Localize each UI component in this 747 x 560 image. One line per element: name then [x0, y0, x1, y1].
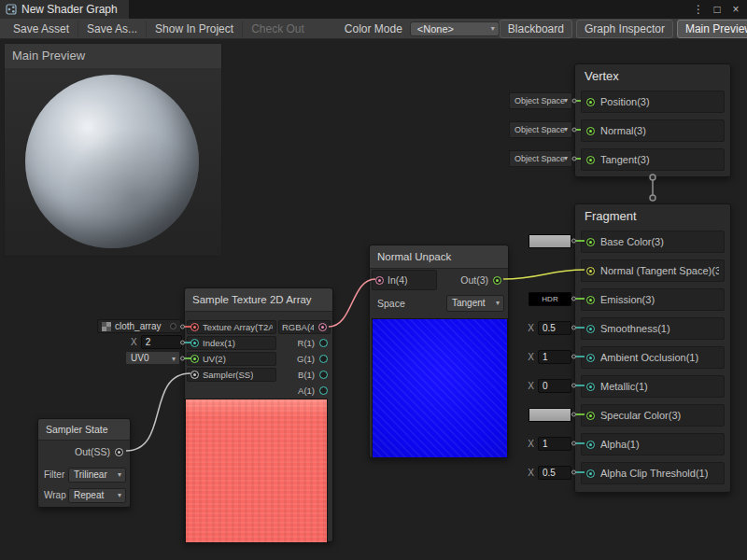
b-port[interactable]: [319, 371, 328, 379]
cloth-array-object-field[interactable]: cloth_array: [97, 319, 181, 333]
position-port[interactable]: [586, 98, 595, 106]
save-as-button[interactable]: Save As...: [78, 21, 147, 37]
position-space-dropdown[interactable]: Object Space: [509, 92, 572, 109]
vertex-row-position[interactable]: Position(3): [581, 91, 725, 113]
g-port[interactable]: [319, 355, 328, 363]
uv-input-row[interactable]: UV(2): [187, 352, 276, 366]
sampler-input-row[interactable]: Sampler(SS): [187, 368, 276, 382]
emission-port[interactable]: [586, 296, 595, 304]
base-color-port[interactable]: [586, 238, 595, 246]
sampler-state-node[interactable]: Sampler State Out(SS) Filter Trilinear W…: [37, 418, 131, 508]
wire-out3-to-normal[interactable]: [503, 270, 585, 279]
metallic-value-field[interactable]: 0: [538, 379, 571, 393]
maximize-icon[interactable]: □: [710, 0, 725, 19]
r-output-row[interactable]: R(1): [275, 336, 331, 350]
rgba-output-row[interactable]: RGBA(4): [278, 320, 331, 334]
ambient-occlusion-port[interactable]: [586, 354, 595, 362]
b-output-row[interactable]: B(1): [275, 368, 331, 382]
normal-unpack-title[interactable]: Normal Unpack: [370, 245, 508, 269]
sampler-port[interactable]: [190, 371, 199, 379]
metallic-widget[interactable]: X 0: [528, 378, 571, 393]
alpha-clip-widget[interactable]: X 0.5: [528, 465, 571, 480]
close-icon[interactable]: ×: [728, 0, 743, 19]
sampler-state-title[interactable]: Sampler State: [38, 419, 130, 441]
normal-space-dropdown[interactable]: Object Space: [509, 121, 572, 138]
blackboard-toggle[interactable]: Blackboard: [500, 20, 572, 38]
uv-channel-dropdown[interactable]: UV0: [125, 351, 180, 365]
texture-array-port[interactable]: [190, 323, 199, 331]
ambient-occlusion-widget[interactable]: X 1: [528, 349, 571, 364]
base-color-swatch[interactable]: [529, 234, 571, 248]
alpha-port[interactable]: [586, 441, 595, 449]
out-ss-row[interactable]: Out(SS): [51, 443, 126, 460]
rgba-port[interactable]: [318, 323, 327, 331]
fragment-node[interactable]: Fragment Base Color(3) Normal (Tangent S…: [574, 203, 731, 493]
tangent-port[interactable]: [586, 156, 595, 164]
out-ss-port[interactable]: [115, 448, 123, 456]
smoothness-port[interactable]: [586, 325, 595, 333]
texture-array-input-row[interactable]: Texture Array(T2A): [187, 320, 276, 334]
fragment-row-base-color[interactable]: Base Color(3): [581, 231, 725, 253]
space-dropdown[interactable]: Tangent: [446, 295, 504, 312]
alpha-clip-port[interactable]: [586, 469, 595, 478]
normal-unpack-node[interactable]: Normal Unpack In(4) Out(3) Space Tangent: [369, 245, 509, 458]
uv-port[interactable]: [190, 355, 199, 363]
normal-port[interactable]: [586, 127, 595, 135]
wrap-dropdown[interactable]: Repeat: [68, 488, 126, 503]
a-port[interactable]: [319, 386, 328, 395]
show-in-project-button[interactable]: Show In Project: [147, 21, 243, 37]
fragment-row-normal-tangent[interactable]: Normal (Tangent Space)(3): [581, 259, 725, 282]
specular-color-swatch[interactable]: [529, 408, 571, 422]
fragment-row-smoothness[interactable]: Smoothness(1): [581, 317, 725, 340]
a-output-row[interactable]: A(1): [275, 384, 331, 398]
normal-tangent-port[interactable]: [586, 267, 595, 275]
filter-dropdown[interactable]: Trilinear: [68, 468, 126, 483]
preview-sphere[interactable]: [25, 75, 199, 248]
fragment-row-emission[interactable]: Emission(3): [581, 288, 725, 311]
document-tab[interactable]: New Shader Graph: [0, 0, 129, 19]
vertex-node-title[interactable]: Vertex: [575, 64, 730, 89]
wire-samplerstate-to-sampler[interactable]: [126, 373, 190, 451]
alpha-widget[interactable]: X 1: [528, 436, 571, 451]
emission-widget[interactable]: HDR: [529, 291, 571, 306]
smoothness-widget[interactable]: X 0.5: [528, 320, 571, 335]
specular-color-port[interactable]: [586, 412, 595, 420]
alpha-value-field[interactable]: 1: [538, 437, 571, 451]
out3-output-row[interactable]: Out(3): [439, 270, 504, 290]
index-value-field[interactable]: 2: [141, 335, 182, 349]
fragment-row-alpha-clip[interactable]: Alpha Clip Threshold(1): [581, 462, 725, 484]
index-input-row[interactable]: Index(1): [187, 336, 276, 350]
fragment-row-specular-color[interactable]: Specular Color(3): [581, 404, 725, 427]
index-float-widget[interactable]: X 2: [131, 335, 182, 349]
fragment-row-metallic[interactable]: Metallic(1): [581, 375, 725, 398]
base-color-widget[interactable]: [529, 233, 571, 248]
out3-port[interactable]: [493, 276, 501, 285]
fragment-node-title[interactable]: Fragment: [575, 204, 730, 229]
smoothness-value-field[interactable]: 0.5: [538, 321, 571, 335]
save-asset-button[interactable]: Save Asset: [5, 21, 78, 37]
graph-inspector-toggle[interactable]: Graph Inspector: [576, 20, 673, 38]
main-preview-title[interactable]: Main Preview: [5, 44, 221, 68]
color-mode-dropdown[interactable]: <None>: [410, 21, 500, 36]
main-preview-viewport[interactable]: [5, 68, 221, 256]
index-port[interactable]: [190, 339, 199, 347]
fragment-row-alpha[interactable]: Alpha(1): [581, 433, 725, 455]
fragment-row-ambient-occlusion[interactable]: Ambient Occlusion(1): [581, 346, 725, 369]
g-output-row[interactable]: G(1): [275, 352, 331, 366]
main-preview-toggle[interactable]: Main Preview: [677, 20, 747, 38]
in4-port[interactable]: [375, 276, 384, 285]
tangent-space-dropdown[interactable]: Object Space: [509, 150, 572, 167]
vertex-row-tangent[interactable]: Tangent(3): [581, 148, 725, 171]
metallic-port[interactable]: [586, 383, 595, 391]
vertex-node[interactable]: Vertex Position(3) Normal(3) Tangent(3): [574, 63, 731, 177]
sample-texture-2d-array-node[interactable]: Sample Texture 2D Array Texture Array(T2…: [184, 287, 333, 542]
object-picker-icon[interactable]: [170, 323, 176, 329]
menu-icon[interactable]: ⋮: [691, 0, 706, 19]
sample-node-title[interactable]: Sample Texture 2D Array: [185, 288, 332, 312]
emission-hdr-swatch[interactable]: HDR: [529, 292, 571, 306]
specular-color-widget[interactable]: [529, 407, 571, 422]
ao-value-field[interactable]: 1: [538, 350, 571, 364]
alpha-clip-value-field[interactable]: 0.5: [538, 466, 571, 480]
vertex-row-normal[interactable]: Normal(3): [581, 119, 725, 142]
in4-input-row[interactable]: In(4): [372, 270, 437, 290]
